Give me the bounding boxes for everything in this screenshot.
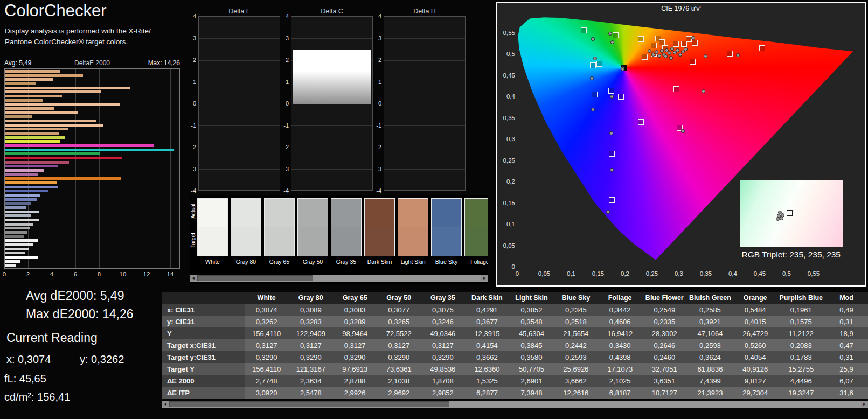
- measurement-marker: [610, 95, 614, 99]
- x-axis-tick: 6: [70, 271, 81, 277]
- table-cell: 0,3075: [421, 304, 465, 316]
- measurement-marker: [648, 49, 651, 53]
- table-cell: 0,5260: [733, 339, 777, 351]
- table-cell: 7,4399: [687, 375, 733, 387]
- color-patch-white[interactable]: [197, 198, 228, 256]
- x-axis-tick: 0,2: [617, 270, 633, 277]
- scroll-left-icon[interactable]: ◄: [190, 275, 197, 281]
- de-bar: [5, 103, 120, 106]
- color-patch-foliage[interactable]: [464, 198, 488, 256]
- y-axis-tick: 4: [185, 13, 196, 19]
- table-cell: 0,3548: [509, 316, 554, 327]
- de-bar: [5, 74, 83, 77]
- table-cell: 98,9464: [333, 327, 377, 339]
- table-scrollbar-thumb[interactable]: [169, 401, 449, 407]
- patch-actual: [432, 199, 461, 227]
- column-header: Mod: [825, 292, 868, 304]
- y-axis-tick: -2: [185, 144, 196, 150]
- y-axis-tick: 0,4: [499, 93, 515, 100]
- color-patch-dark-skin[interactable]: [364, 198, 395, 256]
- de-bar: [5, 132, 59, 135]
- y-axis-tick: 1: [371, 79, 381, 85]
- de-bar: [5, 169, 44, 172]
- color-patch-gray-65[interactable]: [264, 198, 295, 256]
- de-bar: [5, 115, 32, 118]
- measurement-marker: [669, 56, 673, 60]
- table-cell: 0,3262: [245, 316, 289, 327]
- subtitle-line-2: Pantone ColorChecker® target colors.: [5, 38, 128, 46]
- patch-target: [465, 227, 488, 256]
- delta-h-chart: [384, 16, 466, 191]
- color-patch-blue-sky[interactable]: [431, 198, 462, 256]
- y-axis-tick: 0: [371, 100, 381, 107]
- patch-target: [365, 227, 394, 256]
- table-scrollbar[interactable]: ◄ ►: [162, 401, 868, 408]
- color-patch-gray-35[interactable]: [331, 198, 362, 256]
- gridline: [170, 69, 171, 268]
- patch-scrollbar[interactable]: ◄ ►: [190, 275, 488, 282]
- row-label: Y: [162, 327, 245, 339]
- gridline: [199, 38, 280, 39]
- table-cell: 16,9412: [598, 327, 642, 339]
- de-bar: [5, 181, 57, 184]
- scroll-right-icon[interactable]: ►: [861, 401, 868, 407]
- measurement-marker: [681, 129, 685, 133]
- y-axis-tick: 3: [371, 35, 381, 41]
- scroll-left-icon[interactable]: ◄: [162, 401, 169, 407]
- y-axis-tick: 2: [371, 57, 381, 63]
- y-axis-tick: -1: [371, 122, 381, 129]
- de-bar: [5, 128, 68, 130]
- table-cell: 50,7705: [509, 363, 554, 375]
- color-patch-gray-50[interactable]: [297, 198, 328, 256]
- delta-l-chart: [198, 16, 280, 191]
- target-marker: [759, 45, 765, 51]
- patch-scrollbar-thumb[interactable]: [197, 275, 313, 281]
- gridline: [384, 60, 465, 61]
- table-cell: 0,2593: [687, 339, 733, 351]
- color-patch-gray-80[interactable]: [231, 198, 261, 256]
- x-axis-tick: 0,5: [779, 270, 795, 277]
- column-header: White: [245, 292, 289, 304]
- gridline: [75, 69, 76, 268]
- patch-actual: [465, 199, 488, 227]
- y-axis-tick: 0,1: [499, 221, 515, 227]
- color-patch-light-skin[interactable]: [398, 198, 428, 256]
- delta-h-title: Delta H: [384, 8, 466, 15]
- y-axis-tick: 0,45: [499, 72, 515, 79]
- column-header: Blue Sky: [554, 292, 598, 304]
- table-cell: 0,3921: [687, 316, 733, 327]
- table-cell: 61,8836: [687, 363, 733, 375]
- measurement-marker: [590, 76, 594, 80]
- table-cell: 0,5484: [733, 304, 777, 316]
- table-cell: 3,6662: [554, 375, 598, 387]
- de-bar: [5, 219, 39, 221]
- gridline: [199, 104, 280, 104]
- de-bar: [5, 165, 58, 167]
- x-axis-tick: 12: [141, 271, 152, 277]
- de-bar: [5, 206, 26, 209]
- page-title: ColorChecker: [4, 1, 107, 20]
- patch-comparator: Actual Target ◄ ► WhiteGray 80Gray 65Gra…: [190, 195, 488, 284]
- y-axis-tick: 0: [499, 263, 515, 270]
- measurement-marker: [609, 131, 613, 135]
- cie-zoom-inset: [740, 180, 843, 247]
- table-cell: 0,3852: [509, 304, 554, 316]
- subtitle-line-1: Display analysis is performed with the X…: [5, 27, 151, 35]
- gridline: [291, 169, 372, 170]
- table-cell: 0,2518: [554, 316, 598, 327]
- patch-actual: [331, 199, 361, 227]
- de-bar: [5, 161, 69, 164]
- column-header: Gray 65: [333, 292, 377, 304]
- column-header: Light Skin: [509, 292, 554, 304]
- table-cell: 0,3127: [245, 339, 289, 351]
- gridline: [384, 148, 465, 148]
- measurement-marker: [668, 51, 671, 55]
- table-cell: 3,0920: [245, 387, 289, 399]
- table-cell: 1,8708: [421, 375, 465, 387]
- de-bar: [5, 248, 29, 250]
- app-subtitle: Display analysis is performed with the X…: [5, 26, 151, 48]
- y-axis-tick: -4: [278, 187, 289, 194]
- x-axis-tick: 0,05: [536, 270, 552, 277]
- table-cell: 0,3845: [509, 339, 554, 351]
- scroll-right-icon[interactable]: ►: [481, 275, 488, 281]
